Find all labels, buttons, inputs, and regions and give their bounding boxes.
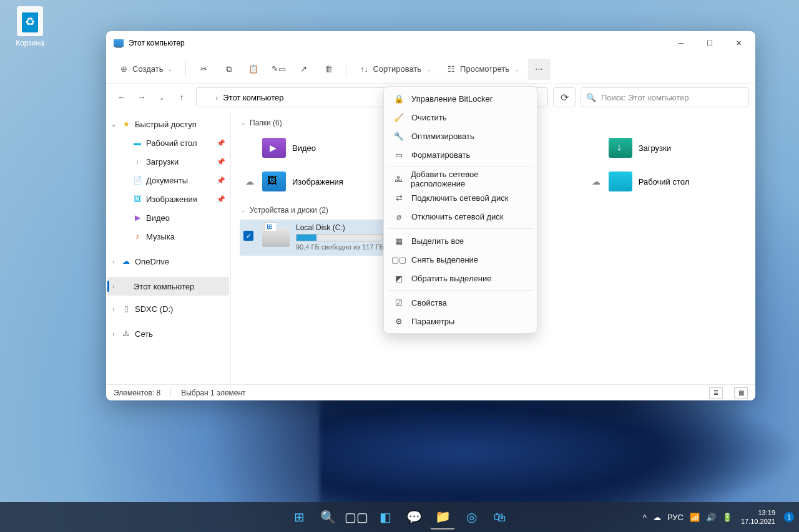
back-button[interactable]: ← bbox=[112, 88, 131, 107]
menu-label: Оптимизировать bbox=[411, 132, 474, 141]
drive-local-c[interactable]: ✓ Local Disk (C:) 90,4 ГБ свободно из 11… bbox=[240, 220, 400, 256]
folder-pictures[interactable]: ☁Изображения bbox=[240, 166, 400, 197]
menu-separator bbox=[388, 228, 533, 229]
chevron-down-icon: ⌄ bbox=[168, 66, 173, 72]
trash-icon: 🗑 bbox=[323, 64, 333, 74]
folder-label: Видео bbox=[292, 143, 316, 153]
menu-invert-selection[interactable]: ◩Обратить выделение bbox=[386, 269, 534, 288]
copy-button[interactable]: ⧉ bbox=[217, 59, 240, 80]
sort-icon: ↑↓ bbox=[359, 64, 369, 74]
lock-icon: 🔒 bbox=[394, 94, 404, 104]
sidebar-music[interactable]: ♪Музыка bbox=[119, 227, 229, 246]
titlebar[interactable]: Этот компьютер ─ ☐ ✕ bbox=[106, 31, 755, 55]
sidebar-sdxc[interactable]: ›▯SDXC (D:) bbox=[107, 299, 229, 318]
icons-view-button[interactable]: ▦ bbox=[734, 387, 748, 399]
minimize-button[interactable]: ─ bbox=[667, 33, 695, 53]
more-button[interactable]: ⋯ bbox=[528, 59, 551, 80]
language-indicator[interactable]: РУС bbox=[667, 513, 684, 522]
widgets-button[interactable]: ◧ bbox=[373, 505, 398, 530]
search-input[interactable]: 🔍 Поиск: Этот компьютер bbox=[581, 87, 749, 107]
sidebar-video[interactable]: ▶Видео bbox=[119, 208, 229, 227]
sidebar-downloads[interactable]: ↓Загрузки📌 bbox=[119, 152, 229, 171]
menu-label: Обратить выделение bbox=[411, 274, 491, 283]
new-button[interactable]: ⊕ Создать ⌄ bbox=[112, 59, 179, 80]
cut-button[interactable]: ✂ bbox=[192, 59, 215, 80]
sidebar-onedrive[interactable]: ›☁OneDrive bbox=[107, 252, 229, 271]
sidebar-documents[interactable]: 📄Документы📌 bbox=[119, 171, 229, 190]
task-view-button[interactable]: ▢▢ bbox=[344, 505, 369, 530]
refresh-button[interactable]: ⟳ bbox=[553, 87, 576, 107]
maximize-button[interactable]: ☐ bbox=[695, 33, 724, 53]
sort-button[interactable]: ↑↓ Сортировать ⌄ bbox=[353, 59, 438, 80]
search-icon: 🔍 bbox=[586, 93, 596, 102]
menu-optimize[interactable]: 🔧Оптимизировать bbox=[386, 127, 534, 145]
close-button[interactable]: ✕ bbox=[724, 33, 753, 53]
menu-format[interactable]: ▭Форматировать bbox=[386, 145, 534, 164]
sidebar-network[interactable]: ›🖧Сеть bbox=[107, 324, 229, 343]
search-placeholder: Поиск: Этот компьютер bbox=[601, 93, 689, 102]
folder-desktop[interactable]: ☁Рабочий стол bbox=[586, 166, 747, 197]
menu-bitlocker[interactable]: 🔒Управление BitLocker bbox=[386, 89, 534, 108]
ellipsis-icon: ⋯ bbox=[534, 64, 544, 74]
menu-select-all[interactable]: ▦Выделить все bbox=[386, 231, 534, 250]
sidebar-pictures[interactable]: 🖼Изображения📌 bbox=[119, 190, 229, 208]
share-icon: ↗ bbox=[298, 64, 308, 74]
sidebar-quick-access[interactable]: ⌄ ★ Быстрый доступ bbox=[107, 115, 229, 133]
menu-disconnect-drive[interactable]: ⌀Отключить сетевой диск bbox=[386, 207, 534, 226]
details-view-button[interactable]: ≣ bbox=[709, 387, 723, 399]
drive-name: Local Disk (C:) bbox=[296, 223, 396, 232]
menu-add-network-location[interactable]: 🖧Добавить сетевое расположение bbox=[386, 170, 534, 188]
checkbox-icon[interactable]: ✓ bbox=[243, 231, 253, 241]
sidebar-this-pc[interactable]: ›Этот компьютер bbox=[107, 277, 229, 296]
chevron-down-icon: ⌄ bbox=[241, 207, 246, 213]
notification-badge[interactable]: 1 bbox=[784, 512, 794, 522]
battery-icon[interactable]: 🔋 bbox=[722, 513, 732, 522]
menu-options[interactable]: ⚙Параметры bbox=[386, 312, 534, 331]
desktop-folder-icon bbox=[609, 172, 632, 191]
clock[interactable]: 13:19 17.10.2021 bbox=[741, 508, 775, 526]
download-icon: ↓ bbox=[132, 157, 142, 167]
video-label: Видео bbox=[146, 213, 170, 223]
folder-downloads[interactable]: Загрузки bbox=[586, 132, 747, 163]
edge-button[interactable]: ◎ bbox=[459, 505, 484, 530]
chat-button[interactable]: 💬 bbox=[401, 505, 426, 530]
recycle-bin[interactable]: Корзина bbox=[11, 6, 49, 47]
rename-button[interactable]: ✎▭ bbox=[267, 59, 290, 80]
menu-select-none[interactable]: ▢▢Снять выделение bbox=[386, 250, 534, 269]
recent-button[interactable]: ⌄ bbox=[152, 88, 171, 107]
up-button[interactable]: ↑ bbox=[172, 88, 191, 107]
sidebar-desktop[interactable]: ▬Рабочий стол📌 bbox=[119, 133, 229, 152]
downloads-folder-icon bbox=[609, 138, 632, 158]
chevron-down-icon: ⌄ bbox=[514, 66, 519, 72]
search-button[interactable]: 🔍 bbox=[315, 505, 340, 530]
forward-button[interactable]: → bbox=[132, 88, 151, 107]
explorer-taskbar-button[interactable]: 📁 bbox=[430, 505, 455, 530]
menu-map-drive[interactable]: ⇄Подключить сетевой диск bbox=[386, 188, 534, 207]
toolbar: ⊕ Создать ⌄ ✂ ⧉ 📋 ✎▭ ↗ 🗑 ↑↓ Сортировать … bbox=[106, 55, 755, 84]
share-button[interactable]: ↗ bbox=[292, 59, 315, 80]
cloud-status-icon: ☁ bbox=[243, 177, 256, 186]
store-button[interactable]: 🛍 bbox=[488, 505, 512, 530]
chevron-right-icon: › bbox=[110, 331, 117, 337]
wifi-icon[interactable]: 📶 bbox=[690, 513, 700, 522]
volume-icon[interactable]: 🔊 bbox=[706, 513, 716, 522]
tray-chevron-icon[interactable]: ^ bbox=[643, 513, 647, 522]
onedrive-tray-icon[interactable]: ☁ bbox=[653, 513, 661, 522]
folder-video[interactable]: Видео bbox=[240, 132, 400, 163]
music-label: Музыка bbox=[146, 232, 175, 241]
menu-cleanup[interactable]: 🧹Очистить bbox=[386, 108, 534, 127]
paste-button[interactable]: 📋 bbox=[242, 59, 265, 80]
view-button[interactable]: ☷ Просмотреть ⌄ bbox=[440, 59, 526, 80]
drive-subtext: 90,4 ГБ свободно из 117 ГБ bbox=[296, 243, 396, 251]
window-title: Этот компьютер bbox=[129, 39, 185, 47]
star-icon: ★ bbox=[121, 119, 131, 129]
onedrive-label: OneDrive bbox=[135, 257, 169, 266]
map-drive-icon: ⇄ bbox=[394, 193, 404, 203]
menu-separator bbox=[388, 290, 533, 291]
sort-label: Сортировать bbox=[373, 64, 421, 74]
delete-button[interactable]: 🗑 bbox=[317, 59, 340, 80]
menu-properties[interactable]: ☑Свойства bbox=[386, 293, 534, 312]
downloads-label: Загрузки bbox=[146, 157, 179, 167]
drive-capacity-bar bbox=[296, 234, 383, 241]
start-button[interactable]: ⊞ bbox=[287, 505, 311, 530]
